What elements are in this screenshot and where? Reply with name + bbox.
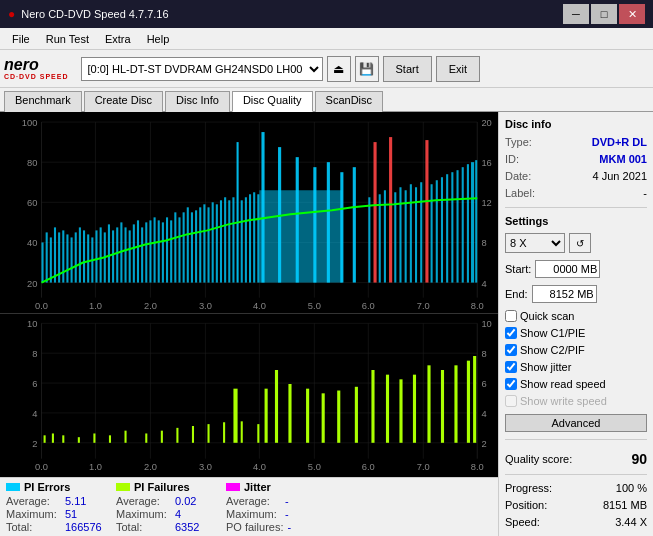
svg-rect-162 <box>467 360 470 442</box>
svg-rect-95 <box>467 164 469 282</box>
pi-failures-color <box>116 483 130 491</box>
pi-errors-avg-row: Average: 5.11 <box>6 495 106 507</box>
svg-rect-158 <box>413 374 416 442</box>
svg-rect-23 <box>75 232 77 282</box>
svg-rect-25 <box>83 230 85 282</box>
svg-text:8.0: 8.0 <box>471 462 484 471</box>
svg-rect-160 <box>441 370 444 443</box>
tab-create-disc[interactable]: Create Disc <box>84 91 163 112</box>
svg-rect-56 <box>212 202 214 282</box>
svg-rect-39 <box>141 227 143 282</box>
svg-rect-42 <box>154 217 156 282</box>
quick-scan-checkbox[interactable] <box>505 310 517 322</box>
jitter-avg-row: Average: - <box>226 495 326 507</box>
disc-date-value: 4 Jun 2021 <box>593 170 647 182</box>
tab-disc-info[interactable]: Disc Info <box>165 91 230 112</box>
start-input[interactable] <box>535 260 600 278</box>
svg-rect-17 <box>50 237 52 282</box>
svg-text:8: 8 <box>481 239 486 249</box>
menu-help[interactable]: Help <box>139 31 178 47</box>
show-c2pif-checkbox[interactable] <box>505 344 517 356</box>
settings-title: Settings <box>505 215 647 227</box>
svg-text:7.0: 7.0 <box>417 462 430 471</box>
svg-text:5.0: 5.0 <box>308 462 321 471</box>
end-input[interactable] <box>532 285 597 303</box>
svg-text:8: 8 <box>481 349 486 358</box>
svg-text:2.0: 2.0 <box>144 301 157 311</box>
svg-text:6: 6 <box>481 379 486 388</box>
svg-rect-86 <box>420 182 422 282</box>
eject-button[interactable]: ⏏ <box>327 56 351 82</box>
speed-label: Speed: <box>505 516 540 528</box>
svg-text:8.0: 8.0 <box>471 301 484 311</box>
svg-text:60: 60 <box>27 198 37 208</box>
svg-text:6.0: 6.0 <box>362 462 375 471</box>
svg-rect-41 <box>149 220 151 282</box>
svg-text:3.0: 3.0 <box>199 301 212 311</box>
svg-rect-29 <box>100 227 102 282</box>
show-c2pif-label: Show C2/PIF <box>520 344 585 356</box>
show-read-speed-checkbox[interactable] <box>505 378 517 390</box>
advanced-button[interactable]: Advanced <box>505 414 647 432</box>
svg-rect-134 <box>62 435 64 442</box>
progress-row: Progress: 100 % <box>505 482 647 494</box>
jitter-max-row: Maximum: - <box>226 508 326 520</box>
svg-rect-90 <box>441 177 443 282</box>
title-bar-left: ● Nero CD-DVD Speed 4.7.7.16 <box>8 7 169 21</box>
svg-rect-94 <box>462 167 464 282</box>
svg-rect-66 <box>253 192 255 282</box>
svg-text:4.0: 4.0 <box>253 462 266 471</box>
menu-run-test[interactable]: Run Test <box>38 31 97 47</box>
svg-rect-75 <box>353 167 356 282</box>
svg-rect-43 <box>158 220 160 282</box>
svg-text:12: 12 <box>481 198 491 208</box>
svg-rect-138 <box>125 430 127 442</box>
pi-errors-color <box>6 483 20 491</box>
refresh-button[interactable]: ↺ <box>569 233 591 253</box>
menu-file[interactable]: File <box>4 31 38 47</box>
svg-text:7.0: 7.0 <box>417 301 430 311</box>
show-jitter-label: Show jitter <box>520 361 571 373</box>
save-button[interactable]: 💾 <box>355 56 379 82</box>
svg-rect-137 <box>109 435 111 442</box>
speed-row-bottom: Speed: 3.44 X <box>505 516 647 528</box>
start-button[interactable]: Start <box>383 56 432 82</box>
svg-rect-46 <box>170 220 172 282</box>
close-button[interactable]: ✕ <box>619 4 645 24</box>
svg-rect-161 <box>454 365 457 442</box>
upper-chart-svg: 100 80 60 40 20 20 16 12 8 4 0.0 1.0 2.0… <box>0 112 498 313</box>
show-c1pie-checkbox[interactable] <box>505 327 517 339</box>
svg-rect-88 <box>431 184 433 282</box>
svg-rect-146 <box>241 421 243 442</box>
svg-rect-69 <box>261 132 264 283</box>
speed-select[interactable]: 8 X Max 2 X 4 X <box>505 233 565 253</box>
svg-rect-55 <box>208 207 210 282</box>
disc-type-row: Type: DVD+R DL <box>505 136 647 148</box>
svg-rect-152 <box>322 393 325 442</box>
svg-rect-50 <box>187 207 189 282</box>
svg-rect-57 <box>216 204 218 282</box>
svg-rect-28 <box>95 230 97 282</box>
position-value: 8151 MB <box>603 499 647 511</box>
tab-scan-disc[interactable]: ScanDisc <box>315 91 383 112</box>
minimize-button[interactable]: ─ <box>563 4 589 24</box>
svg-text:4: 4 <box>481 409 486 418</box>
svg-rect-149 <box>275 370 278 443</box>
svg-rect-151 <box>306 388 309 442</box>
svg-rect-64 <box>245 197 247 282</box>
show-write-speed-checkbox[interactable] <box>505 395 517 407</box>
tab-benchmark[interactable]: Benchmark <box>4 91 82 112</box>
svg-rect-65 <box>249 194 251 282</box>
svg-rect-72 <box>313 167 316 282</box>
pi-errors-max-row: Maximum: 51 <box>6 508 106 520</box>
maximize-button[interactable]: □ <box>591 4 617 24</box>
exit-button[interactable]: Exit <box>436 56 480 82</box>
pi-failures-title: PI Failures <box>116 481 216 493</box>
tab-disc-quality[interactable]: Disc Quality <box>232 91 313 112</box>
show-jitter-checkbox[interactable] <box>505 361 517 373</box>
menu-extra[interactable]: Extra <box>97 31 139 47</box>
drive-select[interactable]: [0:0] HL-DT-ST DVDRAM GH24NSD0 LH00 <box>81 57 323 81</box>
svg-rect-61 <box>232 197 234 282</box>
svg-rect-140 <box>161 430 163 442</box>
svg-text:6.0: 6.0 <box>362 301 375 311</box>
